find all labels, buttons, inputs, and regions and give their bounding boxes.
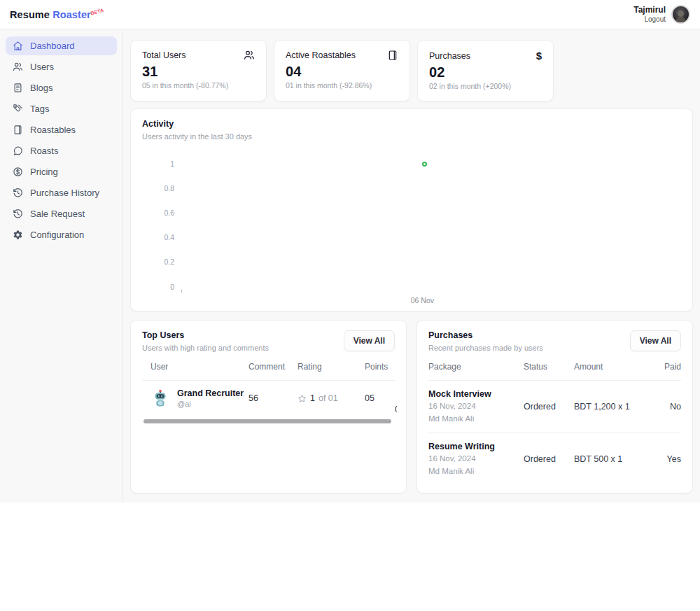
sidebar-item-dashboard[interactable]: Dashboard (6, 36, 117, 55)
sidebar-item-configuration[interactable]: Configuration (6, 225, 117, 244)
sidebar-item-label: Roastables (30, 125, 76, 135)
sidebar-item-blogs[interactable]: Blogs (6, 78, 117, 97)
x-axis-label: 06 Nov (411, 296, 434, 304)
activity-title: Activity (142, 119, 681, 129)
y-axis-tick: 0.8 (142, 183, 174, 193)
stat-subtext: 02 in this month (+200%) (429, 82, 542, 90)
rating-value: 1 (310, 393, 315, 403)
app-logo[interactable]: Resume RoasterBETA (10, 9, 105, 20)
sidebar-item-users[interactable]: Users (6, 57, 117, 76)
column-header-rating: Rating (298, 362, 365, 372)
table-row[interactable]: Mock Interview 16 Nov, 2024 Md Manik Ali… (428, 381, 681, 433)
column-header-paid: Paid (645, 362, 681, 372)
stat-value: 31 (142, 64, 255, 80)
horizontal-scrollbar[interactable] (144, 419, 391, 423)
package-buyer: Md Manik Ali (428, 466, 524, 477)
y-axis-tick: 0.6 (142, 208, 174, 218)
sidebar-item-label: Purchase History (30, 188, 99, 198)
stat-subtext: 01 in this month (-92.86%) (286, 81, 398, 90)
main-content: Total Users 31 05 in this month (-80.77%… (123, 29, 700, 503)
sidebar-item-pricing[interactable]: Pricing (6, 162, 117, 181)
purchases-subtitle: Recent purchases made by users (428, 344, 543, 352)
clipped-overflow-cell: 0 (395, 405, 397, 414)
column-header-status: Status (524, 362, 574, 372)
top-users-panel: Top Users Users with high rating and com… (130, 320, 407, 493)
stat-card-purchases: Purchases $ 02 02 in this month (+200%) (417, 40, 554, 101)
book-icon (13, 125, 23, 135)
book-icon (387, 50, 398, 61)
purchase-status: Ordered (524, 454, 574, 464)
purchases-view-all-button[interactable]: View All (630, 330, 681, 351)
sidebar-item-sale-request[interactable]: Sale Request (6, 204, 117, 223)
stat-label: Total Users (142, 50, 186, 60)
users-icon (244, 50, 255, 61)
column-header-points: Points (365, 362, 395, 372)
top-user-name: Grand Recruiter (177, 388, 244, 400)
header-user-block: Tajmirul Logout (634, 5, 690, 24)
user-name: Tajmirul (634, 6, 666, 15)
top-users-title: Top Users (142, 330, 269, 340)
purchases-panel: Purchases Recent purchases made by users… (416, 320, 693, 493)
purchases-table-header: Package Status Amount Paid (428, 362, 681, 381)
sidebar-item-label: Configuration (30, 230, 84, 240)
sidebar-item-roasts[interactable]: Roasts (6, 141, 117, 160)
package-name: Resume Writing (428, 442, 524, 451)
points-value: 05 (365, 393, 395, 403)
top-users-view-all-button[interactable]: View All (344, 330, 395, 351)
top-users-table-header: User Comment Rating Points (142, 362, 395, 381)
document-icon (13, 83, 23, 93)
beta-badge: BETA (90, 8, 104, 15)
users-icon (13, 62, 23, 72)
activity-panel: Activity Users activity in the last 30 d… (130, 108, 693, 311)
comment-count: 56 (248, 393, 298, 403)
top-user-handle: @ai (177, 400, 244, 408)
dollar-circle-icon (13, 167, 23, 177)
chat-icon (13, 146, 23, 156)
activity-chart: 1 0.8 0.6 0.4 0.2 0 06 Nov (142, 159, 681, 309)
stats-row: Total Users 31 05 in this month (-80.77%… (130, 40, 693, 101)
robot-avatar (150, 388, 170, 408)
purchases-title: Purchases (428, 330, 543, 340)
package-date: 16 Nov, 2024 (428, 401, 524, 412)
stat-subtext: 05 in this month (-80.77%) (142, 81, 255, 90)
sidebar-item-label: Blogs (30, 83, 53, 93)
table-row[interactable]: Grand Recruiter @ai 56 1 of 01 05 (142, 381, 395, 414)
y-axis-tick: 0.2 (142, 257, 174, 267)
table-row[interactable]: Resume Writing 16 Nov, 2024 Md Manik Ali… (428, 433, 681, 485)
package-date: 16 Nov, 2024 (428, 454, 524, 464)
sidebar-item-label: Tags (30, 104, 49, 114)
logout-button[interactable]: Logout (634, 15, 666, 24)
sidebar-item-label: Dashboard (30, 41, 75, 51)
logo-text-roaster: Roaster (52, 9, 91, 20)
tag-icon (13, 104, 23, 114)
stat-card-total-users: Total Users 31 05 in this month (-80.77%… (130, 40, 267, 101)
sidebar-item-label: Pricing (30, 167, 58, 177)
sidebar-item-tags[interactable]: Tags (6, 99, 117, 118)
home-icon (13, 41, 23, 51)
dollar-icon: $ (536, 50, 542, 62)
user-avatar[interactable] (671, 5, 690, 24)
sidebar-item-purchase-history[interactable]: Purchase History (6, 183, 117, 202)
history-icon (13, 209, 23, 219)
purchase-paid: Yes (645, 454, 681, 464)
sidebar-item-label: Sale Request (30, 209, 85, 219)
y-axis-tick: 1 (142, 159, 174, 169)
package-buyer: Md Manik Ali (428, 414, 524, 424)
sidebar-item-roastables[interactable]: Roastables (6, 120, 117, 139)
package-name: Mock Interview (428, 389, 524, 399)
purchase-paid: No (645, 402, 681, 412)
x-axis-tick-mark (181, 290, 182, 293)
stat-value: 02 (429, 64, 542, 80)
purchase-amount: BDT 1,200 x 1 (574, 402, 645, 412)
column-header-package: Package (428, 362, 524, 372)
column-header-comment: Comment (248, 362, 298, 372)
gear-icon (13, 230, 23, 240)
column-header-amount: Amount (574, 362, 645, 372)
activity-subtitle: Users activity in the last 30 days (142, 132, 681, 141)
top-users-subtitle: Users with high rating and comments (142, 344, 269, 352)
purchase-status: Ordered (524, 402, 574, 412)
sidebar-item-label: Roasts (30, 146, 58, 156)
sidebar-item-label: Users (30, 62, 54, 72)
rating-of: of 01 (318, 393, 338, 403)
stat-value: 04 (286, 64, 398, 80)
